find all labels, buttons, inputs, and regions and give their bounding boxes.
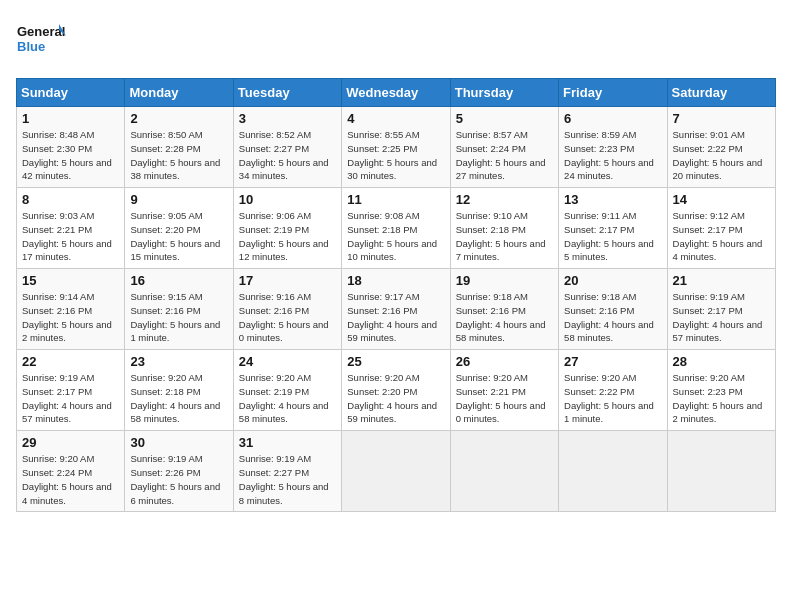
calendar-week-row: 1Sunrise: 8:48 AMSunset: 2:30 PMDaylight… xyxy=(17,107,776,188)
day-info: Sunrise: 9:20 AMSunset: 2:18 PMDaylight:… xyxy=(130,371,227,426)
calendar-day: 1Sunrise: 8:48 AMSunset: 2:30 PMDaylight… xyxy=(17,107,125,188)
day-number: 23 xyxy=(130,354,227,369)
day-info: Sunrise: 9:15 AMSunset: 2:16 PMDaylight:… xyxy=(130,290,227,345)
day-number: 1 xyxy=(22,111,119,126)
calendar-week-row: 22Sunrise: 9:19 AMSunset: 2:17 PMDayligh… xyxy=(17,350,776,431)
calendar-day: 19Sunrise: 9:18 AMSunset: 2:16 PMDayligh… xyxy=(450,269,558,350)
day-number: 25 xyxy=(347,354,444,369)
day-info: Sunrise: 9:18 AMSunset: 2:16 PMDaylight:… xyxy=(456,290,553,345)
day-number: 8 xyxy=(22,192,119,207)
calendar-day: 28Sunrise: 9:20 AMSunset: 2:23 PMDayligh… xyxy=(667,350,775,431)
calendar-day: 12Sunrise: 9:10 AMSunset: 2:18 PMDayligh… xyxy=(450,188,558,269)
day-info: Sunrise: 9:11 AMSunset: 2:17 PMDaylight:… xyxy=(564,209,661,264)
calendar-header-row: SundayMondayTuesdayWednesdayThursdayFrid… xyxy=(17,79,776,107)
day-info: Sunrise: 9:19 AMSunset: 2:26 PMDaylight:… xyxy=(130,452,227,507)
day-number: 6 xyxy=(564,111,661,126)
day-info: Sunrise: 9:20 AMSunset: 2:24 PMDaylight:… xyxy=(22,452,119,507)
day-info: Sunrise: 9:01 AMSunset: 2:22 PMDaylight:… xyxy=(673,128,770,183)
day-info: Sunrise: 9:19 AMSunset: 2:17 PMDaylight:… xyxy=(673,290,770,345)
day-info: Sunrise: 9:20 AMSunset: 2:19 PMDaylight:… xyxy=(239,371,336,426)
day-number: 13 xyxy=(564,192,661,207)
calendar-day: 26Sunrise: 9:20 AMSunset: 2:21 PMDayligh… xyxy=(450,350,558,431)
col-header-tuesday: Tuesday xyxy=(233,79,341,107)
calendar-day xyxy=(559,431,667,512)
day-info: Sunrise: 9:20 AMSunset: 2:22 PMDaylight:… xyxy=(564,371,661,426)
col-header-saturday: Saturday xyxy=(667,79,775,107)
day-info: Sunrise: 9:08 AMSunset: 2:18 PMDaylight:… xyxy=(347,209,444,264)
calendar-day: 18Sunrise: 9:17 AMSunset: 2:16 PMDayligh… xyxy=(342,269,450,350)
calendar-day: 22Sunrise: 9:19 AMSunset: 2:17 PMDayligh… xyxy=(17,350,125,431)
calendar-week-row: 8Sunrise: 9:03 AMSunset: 2:21 PMDaylight… xyxy=(17,188,776,269)
day-number: 29 xyxy=(22,435,119,450)
svg-text:Blue: Blue xyxy=(17,39,45,54)
day-number: 21 xyxy=(673,273,770,288)
day-info: Sunrise: 8:52 AMSunset: 2:27 PMDaylight:… xyxy=(239,128,336,183)
day-info: Sunrise: 9:18 AMSunset: 2:16 PMDaylight:… xyxy=(564,290,661,345)
day-info: Sunrise: 8:59 AMSunset: 2:23 PMDaylight:… xyxy=(564,128,661,183)
calendar-day: 29Sunrise: 9:20 AMSunset: 2:24 PMDayligh… xyxy=(17,431,125,512)
calendar-day: 2Sunrise: 8:50 AMSunset: 2:28 PMDaylight… xyxy=(125,107,233,188)
col-header-thursday: Thursday xyxy=(450,79,558,107)
calendar-table: SundayMondayTuesdayWednesdayThursdayFrid… xyxy=(16,78,776,512)
col-header-monday: Monday xyxy=(125,79,233,107)
day-number: 28 xyxy=(673,354,770,369)
calendar-week-row: 15Sunrise: 9:14 AMSunset: 2:16 PMDayligh… xyxy=(17,269,776,350)
day-info: Sunrise: 9:20 AMSunset: 2:20 PMDaylight:… xyxy=(347,371,444,426)
day-number: 15 xyxy=(22,273,119,288)
day-info: Sunrise: 9:20 AMSunset: 2:23 PMDaylight:… xyxy=(673,371,770,426)
day-number: 10 xyxy=(239,192,336,207)
calendar-day: 23Sunrise: 9:20 AMSunset: 2:18 PMDayligh… xyxy=(125,350,233,431)
day-number: 16 xyxy=(130,273,227,288)
calendar-day: 7Sunrise: 9:01 AMSunset: 2:22 PMDaylight… xyxy=(667,107,775,188)
day-info: Sunrise: 9:19 AMSunset: 2:17 PMDaylight:… xyxy=(22,371,119,426)
logo: General Blue xyxy=(16,16,66,66)
calendar-day: 5Sunrise: 8:57 AMSunset: 2:24 PMDaylight… xyxy=(450,107,558,188)
calendar-day: 31Sunrise: 9:19 AMSunset: 2:27 PMDayligh… xyxy=(233,431,341,512)
calendar-day xyxy=(342,431,450,512)
day-info: Sunrise: 9:17 AMSunset: 2:16 PMDaylight:… xyxy=(347,290,444,345)
day-number: 20 xyxy=(564,273,661,288)
calendar-day: 21Sunrise: 9:19 AMSunset: 2:17 PMDayligh… xyxy=(667,269,775,350)
calendar-day: 6Sunrise: 8:59 AMSunset: 2:23 PMDaylight… xyxy=(559,107,667,188)
calendar-day: 13Sunrise: 9:11 AMSunset: 2:17 PMDayligh… xyxy=(559,188,667,269)
calendar-day: 14Sunrise: 9:12 AMSunset: 2:17 PMDayligh… xyxy=(667,188,775,269)
day-number: 31 xyxy=(239,435,336,450)
calendar-day: 10Sunrise: 9:06 AMSunset: 2:19 PMDayligh… xyxy=(233,188,341,269)
col-header-sunday: Sunday xyxy=(17,79,125,107)
day-info: Sunrise: 9:12 AMSunset: 2:17 PMDaylight:… xyxy=(673,209,770,264)
day-number: 11 xyxy=(347,192,444,207)
calendar-day: 25Sunrise: 9:20 AMSunset: 2:20 PMDayligh… xyxy=(342,350,450,431)
col-header-friday: Friday xyxy=(559,79,667,107)
day-number: 7 xyxy=(673,111,770,126)
day-number: 22 xyxy=(22,354,119,369)
calendar-day xyxy=(667,431,775,512)
calendar-week-row: 29Sunrise: 9:20 AMSunset: 2:24 PMDayligh… xyxy=(17,431,776,512)
day-number: 4 xyxy=(347,111,444,126)
calendar-day: 4Sunrise: 8:55 AMSunset: 2:25 PMDaylight… xyxy=(342,107,450,188)
calendar-day: 16Sunrise: 9:15 AMSunset: 2:16 PMDayligh… xyxy=(125,269,233,350)
svg-text:General: General xyxy=(17,24,65,39)
calendar-day: 15Sunrise: 9:14 AMSunset: 2:16 PMDayligh… xyxy=(17,269,125,350)
day-info: Sunrise: 9:06 AMSunset: 2:19 PMDaylight:… xyxy=(239,209,336,264)
day-number: 30 xyxy=(130,435,227,450)
calendar-day: 27Sunrise: 9:20 AMSunset: 2:22 PMDayligh… xyxy=(559,350,667,431)
calendar-day: 8Sunrise: 9:03 AMSunset: 2:21 PMDaylight… xyxy=(17,188,125,269)
day-number: 9 xyxy=(130,192,227,207)
day-number: 17 xyxy=(239,273,336,288)
day-info: Sunrise: 9:16 AMSunset: 2:16 PMDaylight:… xyxy=(239,290,336,345)
day-number: 2 xyxy=(130,111,227,126)
day-info: Sunrise: 9:14 AMSunset: 2:16 PMDaylight:… xyxy=(22,290,119,345)
calendar-day: 20Sunrise: 9:18 AMSunset: 2:16 PMDayligh… xyxy=(559,269,667,350)
logo-icon: General Blue xyxy=(16,16,66,66)
day-number: 14 xyxy=(673,192,770,207)
day-number: 18 xyxy=(347,273,444,288)
day-number: 3 xyxy=(239,111,336,126)
day-info: Sunrise: 9:03 AMSunset: 2:21 PMDaylight:… xyxy=(22,209,119,264)
day-number: 26 xyxy=(456,354,553,369)
day-info: Sunrise: 8:48 AMSunset: 2:30 PMDaylight:… xyxy=(22,128,119,183)
day-info: Sunrise: 8:55 AMSunset: 2:25 PMDaylight:… xyxy=(347,128,444,183)
page-header: General Blue xyxy=(16,16,776,66)
calendar-day xyxy=(450,431,558,512)
calendar-day: 3Sunrise: 8:52 AMSunset: 2:27 PMDaylight… xyxy=(233,107,341,188)
calendar-day: 11Sunrise: 9:08 AMSunset: 2:18 PMDayligh… xyxy=(342,188,450,269)
